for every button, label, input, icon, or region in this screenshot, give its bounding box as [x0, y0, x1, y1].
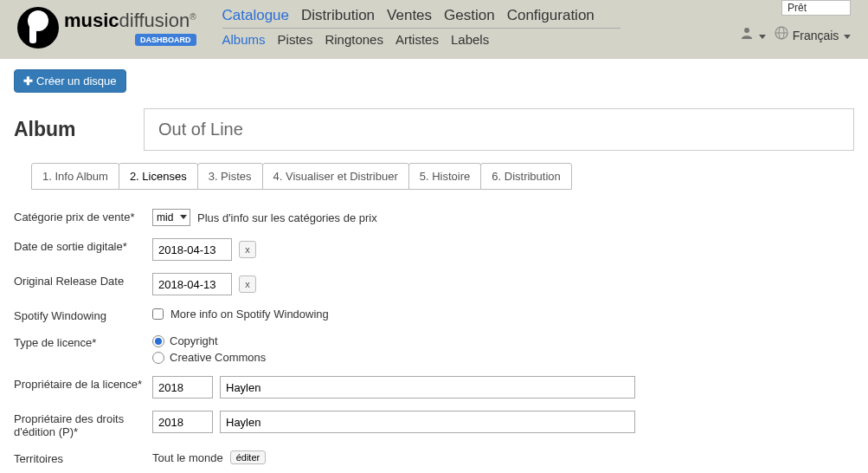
tab-visualiser[interactable]: 4. Visualiser et Distribuer — [262, 163, 409, 190]
user-lang: Français — [740, 26, 851, 43]
row-digital-release: Date de sortie digitale* x — [14, 238, 854, 261]
nav-albums[interactable]: Albums — [222, 32, 266, 47]
tab-pistes[interactable]: 3. Pistes — [197, 163, 263, 190]
status-box: Prêt — [781, 0, 851, 16]
clear-digital-release-button[interactable]: x — [239, 241, 256, 258]
tabs: 1. Info Album 2. Licenses 3. Pistes 4. V… — [31, 163, 854, 190]
row-territories: Territoires Tout le monde éditer — [14, 450, 854, 465]
p-owner-label: Propriétaire des droits d'édition (P)* — [14, 411, 152, 438]
globe-icon — [775, 28, 792, 42]
language-label: Français — [793, 29, 839, 42]
spotify-windowing-checkbox[interactable] — [152, 308, 164, 320]
logo-text-bold: music — [64, 10, 119, 31]
digital-release-label: Date de sortie digitale* — [14, 238, 152, 253]
page-title: Album — [14, 118, 126, 141]
content: ✚ Créer un disque Album Out of Line 1. I… — [0, 59, 868, 473]
p-owner-name-input[interactable] — [220, 411, 635, 433]
territories-value: Tout le monde — [152, 451, 223, 464]
original-release-label: Original Release Date — [14, 273, 152, 288]
price-category-select[interactable]: mid — [152, 209, 190, 226]
language-menu[interactable]: Français — [775, 26, 851, 43]
create-album-label: Créer un disque — [36, 75, 117, 87]
license-copyright-radio[interactable] — [152, 335, 164, 347]
logo-reg: ® — [190, 12, 196, 22]
nav-ventes[interactable]: Ventes — [387, 7, 432, 24]
logo-text-light: diffusion — [119, 10, 190, 31]
logo[interactable]: musicdiffusion® DASHBOARD — [17, 7, 196, 49]
title-row: Album Out of Line — [14, 108, 854, 151]
price-category-hint[interactable]: Plus d'info sur les catégories de prix — [197, 211, 377, 224]
license-owner-year-input[interactable] — [152, 376, 213, 398]
caret-icon — [759, 35, 766, 39]
row-spotify-windowing: Spotify Windowing More info on Spotify W… — [14, 308, 854, 322]
p-owner-year-input[interactable] — [152, 411, 213, 433]
plus-icon: ✚ — [23, 75, 33, 87]
nav-configuration[interactable]: Configuration — [507, 7, 595, 24]
license-cc-radio[interactable] — [152, 352, 164, 364]
license-owner-label: Propriétaire de la licence* — [14, 376, 152, 391]
row-p-owner: Propriétaire des droits d'édition (P)* — [14, 411, 854, 438]
nav-pistes[interactable]: Pistes — [278, 32, 313, 47]
svg-point-0 — [744, 28, 749, 33]
tab-histoire[interactable]: 5. Histoire — [408, 163, 482, 190]
territories-label: Territoires — [14, 450, 152, 465]
original-release-input[interactable] — [152, 273, 232, 295]
license-copyright-label: Copyright — [170, 334, 218, 347]
row-license-type: Type de licence* Copyright Creative Comm… — [14, 334, 854, 364]
app-header: musicdiffusion® DASHBOARD Catalogue Dist… — [0, 0, 868, 59]
edit-territories-button[interactable]: éditer — [230, 450, 267, 464]
nav-catalogue[interactable]: Catalogue — [222, 7, 290, 24]
nav-labels[interactable]: Labels — [451, 32, 489, 47]
create-album-button[interactable]: ✚ Créer un disque — [14, 69, 126, 93]
row-license-owner: Propriétaire de la licence* — [14, 376, 854, 398]
user-icon — [740, 28, 757, 42]
spotify-windowing-label: Spotify Windowing — [14, 308, 152, 322]
header-right: Prêt Français — [740, 0, 851, 43]
spotify-windowing-hint[interactable]: More info on Spotify Windowing — [170, 308, 329, 321]
caret-icon — [844, 35, 851, 39]
logo-badge: DASHBOARD — [135, 34, 196, 46]
form: Catégorie prix de vente* mid Plus d'info… — [14, 209, 854, 465]
price-category-label: Catégorie prix de vente* — [14, 209, 152, 224]
tab-distribution[interactable]: 6. Distribution — [480, 163, 571, 190]
nav-gestion[interactable]: Gestion — [444, 7, 495, 24]
license-type-label: Type de licence* — [14, 334, 152, 349]
license-cc-label: Creative Commons — [170, 351, 266, 364]
digital-release-input[interactable] — [152, 238, 232, 261]
tab-info-album[interactable]: 1. Info Album — [31, 163, 119, 190]
logo-icon — [17, 7, 59, 49]
row-price-category: Catégorie prix de vente* mid Plus d'info… — [14, 209, 854, 226]
tab-licenses[interactable]: 2. Licenses — [119, 163, 198, 190]
clear-original-release-button[interactable]: x — [239, 275, 256, 293]
nav-artistes[interactable]: Artistes — [395, 32, 439, 47]
album-title: Out of Line — [144, 108, 854, 151]
nav-primary: Catalogue Distribution Ventes Gestion Co… — [222, 7, 620, 29]
user-menu[interactable] — [740, 26, 766, 43]
nav-distribution[interactable]: Distribution — [301, 7, 375, 24]
nav-ringtones[interactable]: Ringtones — [325, 32, 383, 47]
license-owner-name-input[interactable] — [220, 376, 635, 398]
row-original-release: Original Release Date x — [14, 273, 854, 295]
